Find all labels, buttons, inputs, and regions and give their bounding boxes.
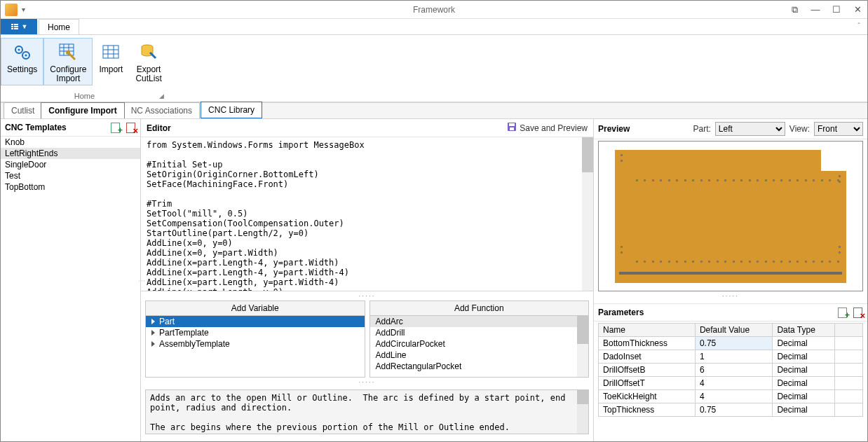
svg-rect-3 (14, 24, 18, 25)
variable-item[interactable]: PartTemplate (146, 327, 365, 338)
svg-rect-23 (509, 123, 515, 126)
grid-wrench-icon (57, 41, 79, 64)
configure-import-button[interactable]: Configure Import (43, 38, 93, 85)
svg-point-7 (18, 49, 20, 51)
part-select[interactable]: Left (715, 122, 785, 136)
function-scrollbar[interactable] (577, 316, 588, 377)
preview-header: Preview (598, 124, 630, 134)
collapse-ribbon-icon[interactable]: ˆ (857, 22, 860, 30)
add-variable-list[interactable]: PartPartTemplateAssemblyTemplate (146, 316, 365, 377)
svg-rect-2 (11, 28, 13, 29)
function-item[interactable]: AddDrill (370, 327, 589, 338)
tab-cutlist[interactable]: Cutlist (4, 102, 42, 118)
templates-list[interactable]: KnobLeftRightEndsSingleDoorTestTopBottom (1, 137, 140, 441)
function-item[interactable]: AddCircularPocket (370, 338, 589, 350)
param-col-spare (835, 324, 863, 337)
save-preview-button[interactable]: Save and Preview (507, 122, 588, 134)
template-item[interactable]: LeftRightEnds (1, 148, 140, 159)
title-bar: ▾ Framework ⧉ — ☐ ✕ (1, 1, 867, 19)
description-scrollbar[interactable] (577, 390, 588, 434)
svg-rect-1 (11, 26, 13, 27)
svg-point-9 (25, 55, 27, 57)
svg-rect-4 (14, 26, 18, 27)
splitter-horizontal-2[interactable]: ····· (141, 378, 593, 387)
tab-configure-import[interactable]: Configure Import (41, 102, 124, 118)
add-variable-header[interactable]: Add Variable (146, 301, 365, 316)
file-tab-dropdown-icon: ▼ (22, 23, 28, 30)
preview-part (615, 150, 846, 283)
ribbon-group-home: Settings Configure Import Import Export … (1, 35, 168, 102)
template-item[interactable]: TopBottom (1, 181, 140, 193)
param-col-value[interactable]: Default Value (695, 324, 772, 337)
parameter-row[interactable]: ToeKickHeight4Decimal (599, 390, 863, 403)
import-button[interactable]: Import (93, 38, 129, 85)
function-item[interactable]: AddLine (370, 350, 589, 361)
templates-panel: CNC Templates KnobLeftRightEndsSingleDoo… (1, 119, 141, 441)
qat-dropdown-icon[interactable]: ▾ (22, 6, 25, 13)
param-col-type[interactable]: Data Type (773, 324, 835, 337)
minimize-button[interactable]: — (810, 4, 821, 15)
preview-canvas (598, 141, 863, 291)
settings-button[interactable]: Settings (1, 38, 43, 85)
maximize-button[interactable]: ☐ (831, 4, 842, 15)
grid-icon (100, 41, 122, 64)
dialog-launcher-icon[interactable]: ◢ (159, 92, 164, 99)
svg-rect-0 (11, 24, 13, 25)
code-scrollbar[interactable] (582, 137, 593, 291)
svg-rect-24 (510, 127, 514, 130)
parameters-table[interactable]: Name Default Value Data Type BottomThick… (598, 323, 863, 417)
add-parameter-icon[interactable] (836, 307, 848, 318)
save-icon (507, 122, 517, 134)
svg-rect-5 (14, 28, 18, 29)
splitter-preview[interactable]: ····· (594, 291, 867, 301)
editor-header: Editor (147, 123, 507, 133)
add-function-panel: Add Function AddArcAddDrillAddCircularPo… (369, 301, 590, 378)
splitter-horizontal-1[interactable]: ····· (141, 291, 593, 301)
close-button[interactable]: ✕ (852, 4, 863, 15)
restore-down-aux-icon[interactable]: ⧉ (789, 4, 800, 15)
function-item[interactable]: AddRectangularPocket (370, 361, 589, 372)
window-title: Framework (413, 5, 455, 15)
add-function-header[interactable]: Add Function (370, 301, 589, 316)
database-pencil-icon (137, 41, 160, 64)
add-function-list[interactable]: AddArcAddDrillAddCircularPocketAddLineAd… (370, 316, 589, 377)
ribbon-tab-home[interactable]: Home (39, 19, 79, 34)
file-tab[interactable]: ▼ (1, 19, 37, 34)
variable-item[interactable]: AssemblyTemplate (146, 338, 365, 350)
function-item[interactable]: AddArc (370, 316, 589, 327)
content-area: CNC Templates KnobLeftRightEndsSingleDoo… (1, 119, 867, 441)
view-select[interactable]: Front (814, 122, 863, 136)
template-item[interactable]: Test (1, 170, 140, 181)
template-item[interactable]: Knob (1, 137, 140, 148)
editor-panel: ⋮ Editor Save and Preview from System.Wi… (141, 119, 594, 441)
app-icon (5, 4, 18, 16)
tab-cnc-library[interactable]: CNC Library (201, 102, 262, 118)
param-col-name[interactable]: Name (599, 324, 696, 337)
add-template-icon[interactable] (109, 122, 121, 133)
ribbon-body: Settings Configure Import Import Export … (1, 35, 867, 102)
templates-header: CNC Templates (5, 123, 67, 132)
tab-nc-associations[interactable]: NC Associations (123, 102, 200, 118)
template-item[interactable]: SingleDoor (1, 159, 140, 170)
parameter-row[interactable]: BottomThickness0.75Decimal (599, 337, 863, 350)
preview-panel: Preview Part: Left View: Front ····· Par… (594, 119, 867, 441)
svg-rect-16 (103, 46, 118, 58)
ribbon-group-label: Home (1, 90, 168, 102)
add-variable-panel: Add Variable PartPartTemplateAssemblyTem… (145, 301, 365, 378)
view-label: View: (789, 124, 810, 134)
gear-icon (11, 41, 34, 64)
ribbon-tabs: ▼ Home ˆ (1, 19, 867, 35)
parameter-row[interactable]: DadoInset1Decimal (599, 350, 863, 364)
parameter-row[interactable]: DrillOffsetB6Decimal (599, 364, 863, 377)
part-label: Part: (693, 124, 711, 134)
code-editor[interactable]: from System.Windows.Forms import Message… (141, 137, 593, 291)
delete-template-icon[interactable] (125, 122, 136, 133)
parameter-row[interactable]: DrillOffsetT4Decimal (599, 377, 863, 390)
description-box: Adds an arc to the open Mill or Outline.… (145, 389, 589, 434)
export-cutlist-button[interactable]: Export CutList (129, 38, 168, 85)
parameter-row[interactable]: TopThickness0.75Decimal (599, 403, 863, 417)
document-tabstrip: Cutlist Configure Import NC Associations… (1, 102, 867, 119)
svg-point-15 (66, 50, 70, 55)
delete-parameter-icon[interactable] (852, 307, 863, 318)
variable-item[interactable]: Part (146, 316, 365, 327)
